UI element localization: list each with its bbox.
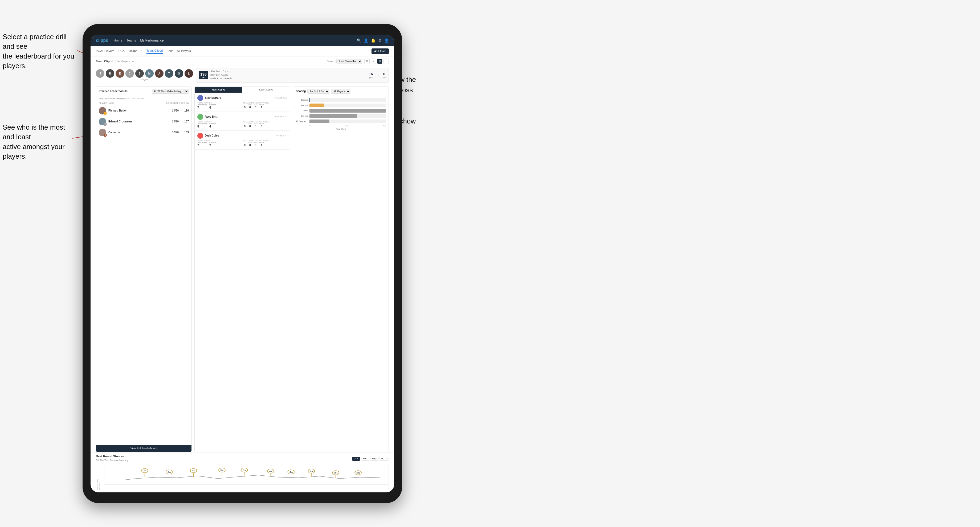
app-1: APP 0: [248, 104, 252, 109]
filter-arg[interactable]: ARG: [370, 457, 379, 461]
lb-player-name-3: Cameron...: [108, 131, 170, 134]
lb-score-2: 18/20: [172, 120, 179, 123]
putt-2: PUTT 0: [259, 123, 264, 128]
show-label: Show:: [327, 60, 334, 63]
bar-track-bogeys: 311: [309, 114, 386, 118]
edit-team-icon[interactable]: ✏: [132, 60, 134, 63]
svg-text:4x: 4x: [289, 471, 293, 473]
nav-item-myperformance[interactable]: My Performance: [140, 39, 164, 42]
avatar-1[interactable]: J: [96, 69, 104, 78]
lb-player-name-2: Edward Crossman: [108, 120, 170, 123]
filter-putt[interactable]: PUTT: [379, 457, 389, 461]
x-label-400: 400: [383, 125, 386, 127]
leaderboard-title: Practice Leaderboards: [99, 90, 127, 93]
lb-avatar-2: 2: [99, 118, 106, 125]
activity-stats-2: Total Rounds Tournament 8 Practice 4: [197, 121, 287, 128]
rounds-cols-3: Tournament 7 Practice 2: [197, 141, 242, 147]
avatar-2[interactable]: R: [106, 69, 114, 78]
filter-app[interactable]: APP: [361, 457, 369, 461]
stat-activities-3: Total Practice Activities OTT 0 APP 0: [243, 140, 287, 147]
avatar-5[interactable]: B: [135, 69, 144, 78]
lb-score-1: 19/20: [172, 109, 179, 112]
avatar-8[interactable]: T: [165, 69, 173, 78]
avatar-icon[interactable]: 👤: [384, 38, 389, 43]
bar-birdies: Birdies 96: [296, 103, 386, 107]
bar-label-eagles: Eagles: [296, 99, 308, 101]
lb-rank-badge-2: 2: [103, 123, 107, 126]
stat-rounds-1: Total Rounds Tournament 7 Practice 6: [197, 102, 242, 110]
scoring-panel: Scoring Par 3, 4 & 5s All Players Eagles: [293, 86, 389, 452]
tab-least-active[interactable]: Least Active: [242, 87, 290, 93]
shot-num-1: 16 yds: [369, 72, 373, 78]
sub-nav-hcaps[interactable]: Hcaps 1-5: [129, 49, 142, 54]
grid-view-icon[interactable]: ⊞: [364, 59, 370, 64]
bar-track-eagles: 3: [309, 98, 386, 102]
add-team-button[interactable]: Add Team: [371, 48, 389, 54]
annotation-left-2: See who is the most and leastactive amon…: [3, 122, 77, 161]
sub-nav-teamclippd[interactable]: Team Clippd: [146, 49, 163, 54]
lb-avg-1: 110: [181, 109, 189, 112]
activities-label-1: Total Practice Activities: [243, 102, 287, 104]
shot-num-2: 0 yds: [383, 72, 386, 78]
players-filter-select[interactable]: All Players: [331, 89, 350, 94]
activity-card-1: Blair McHarg 26 Aug 2023 Total Rounds To…: [195, 93, 290, 112]
ott-3: OTT 0: [243, 141, 247, 147]
shot-details: Shot Dist: 16 yds Start Lie: Rough End L…: [210, 70, 232, 81]
lb-table-header: PLAYER NAME PB SCORE PB AVG SQ: [96, 101, 191, 105]
card-view-icon[interactable]: ▤: [377, 59, 382, 64]
nav-item-home[interactable]: Home: [114, 39, 122, 42]
sub-nav-pga[interactable]: PGA: [119, 49, 125, 54]
avatar-10[interactable]: L: [185, 69, 193, 78]
time-range-select[interactable]: Last 3 months Last 6 months Last year: [336, 59, 362, 64]
ott-2: OTT 0: [243, 123, 247, 128]
sub-nav-allplayers[interactable]: All Players: [177, 49, 191, 54]
view-icons: ⊞ ≡ ▤ ↕: [364, 59, 389, 64]
avatar-4[interactable]: C: [126, 69, 134, 78]
activity-panel: Most Active Least Active Blair McHarg 26…: [194, 86, 290, 452]
svg-text:5x: 5x: [243, 469, 247, 471]
shot-numbers: 16 yds → 0 yds: [369, 72, 386, 78]
avatar-6[interactable]: M: [145, 69, 154, 78]
bar-fill-dbogeys: [309, 119, 329, 123]
list-view-icon[interactable]: ≡: [371, 59, 376, 64]
sub-nav-pgat[interactable]: PGAT Players: [96, 49, 114, 54]
avatar-9[interactable]: S: [175, 69, 183, 78]
lb-avg-2: 107: [181, 120, 189, 123]
svg-text:6x: 6x: [192, 470, 196, 472]
app-3: APP 0: [248, 141, 252, 147]
avatar-3[interactable]: E: [116, 69, 124, 78]
nav-bar: clippd Home Teams My Performance 🔍 👤 🔔 ⚙…: [91, 35, 394, 46]
par-filter-select[interactable]: Par 3, 4 & 5s: [307, 89, 329, 94]
activity-date-1: 26 Aug 2023: [275, 97, 287, 99]
svg-text:5x: 5x: [220, 469, 224, 471]
team-info: Team Clippd | 14 Players ✏: [96, 60, 134, 63]
sort-icon[interactable]: ↕: [383, 59, 389, 64]
avatar-7[interactable]: A: [155, 69, 164, 78]
bar-bogeys: Bogeys 311: [296, 114, 386, 118]
rounds-cols-1: Tournament 7 Practice 6: [197, 104, 242, 110]
shot-card: 198 SC Shot Dist: 16 yds Start Lie: Roug…: [196, 68, 389, 83]
search-icon[interactable]: 🔍: [356, 38, 361, 43]
sub-nav-tour[interactable]: Tour: [167, 49, 173, 54]
view-leaderboard-button[interactable]: View Full Leaderboard: [96, 445, 191, 452]
drill-select[interactable]: PUTT Must Make Putting...: [152, 89, 189, 94]
tournament-col-3: Tournament 7: [197, 141, 207, 147]
sub-nav: PGAT Players PGA Hcaps 1-5 Team Clippd T…: [91, 46, 394, 56]
chart-x-axis: 0 200 400: [296, 125, 386, 127]
total-rounds-label-1: Total Rounds: [197, 102, 242, 104]
tablet-screen: clippd Home Teams My Performance 🔍 👤 🔔 ⚙…: [91, 35, 394, 492]
people-icon[interactable]: 👤: [364, 38, 368, 43]
scoring-header: Scoring Par 3, 4 & 5s All Players: [293, 87, 388, 96]
col-player-name: PLAYER NAME: [99, 102, 166, 104]
start-lie: Start Lie: Rough: [210, 73, 232, 77]
y-axis-label: % A, Fairway Accuracy: [97, 472, 100, 490]
activities-label-2: Total Practice Activities: [243, 121, 287, 123]
practice-col-2: Practice 4: [209, 123, 216, 128]
bell-icon[interactable]: 🔔: [371, 38, 375, 43]
svg-text:3x: 3x: [356, 471, 360, 474]
total-rounds-label-3: Total Rounds: [197, 140, 242, 141]
nav-item-teams[interactable]: Teams: [126, 39, 136, 42]
settings-icon[interactable]: ⚙: [378, 38, 382, 43]
tab-most-active[interactable]: Most Active: [195, 87, 242, 93]
filter-ott[interactable]: OTT: [352, 457, 360, 461]
